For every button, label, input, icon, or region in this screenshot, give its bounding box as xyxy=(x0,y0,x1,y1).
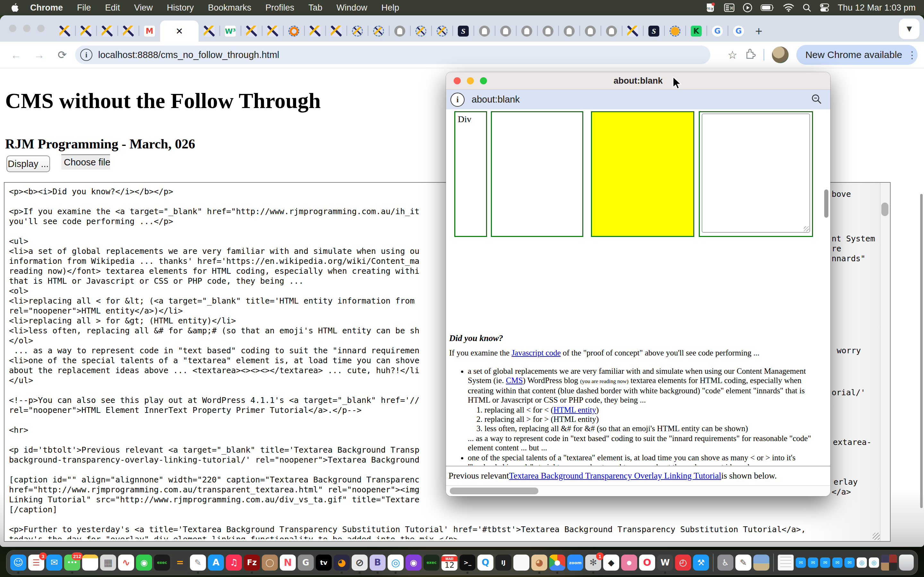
tab-s[interactable]: S xyxy=(643,21,664,42)
tab-tooth[interactable] xyxy=(580,21,601,42)
menu-window[interactable]: Window xyxy=(330,3,375,13)
dock-inkscape-icon[interactable]: ◆ xyxy=(603,554,619,571)
dock-intellij-icon[interactable]: IJ xyxy=(495,554,511,571)
menu-view[interactable]: View xyxy=(127,3,160,13)
tab-rjm[interactable] xyxy=(75,21,97,42)
window-controls[interactable] xyxy=(9,25,45,32)
javascript-code-link[interactable]: Javascript code xyxy=(511,348,561,357)
menu-bar-clock[interactable]: Thu 12 Mar 1:03 pm xyxy=(838,3,916,13)
dock-music-icon[interactable]: ♫ xyxy=(226,554,242,571)
proof-textarea[interactable] xyxy=(702,113,810,233)
dock-zoom-icon[interactable]: zoom xyxy=(567,554,583,571)
dock-facetime-icon[interactable]: ◉ xyxy=(136,554,152,571)
dock-calendar-icon[interactable]: MAR12 xyxy=(441,554,457,571)
dock-screen-sharing-icon[interactable]: ⊘ xyxy=(352,554,368,571)
bookmark-star-icon[interactable]: ☆ xyxy=(728,48,737,61)
dock-grapher-icon[interactable]: ∿ xyxy=(118,554,134,571)
dock-minimized-mail-2-icon[interactable]: ✉ xyxy=(808,558,818,568)
tab-tooth[interactable] xyxy=(495,21,516,42)
dock-art-palette-icon[interactable]: ◕ xyxy=(531,554,548,571)
more-menu-icon[interactable]: ⋮ xyxy=(907,49,914,61)
display-button[interactable]: Display ... xyxy=(6,155,50,172)
tab-kogan[interactable]: K xyxy=(686,21,707,42)
popup-url-bar[interactable]: i about:blank xyxy=(446,90,830,109)
tab-gmail[interactable]: M xyxy=(139,21,160,42)
tab-rjm[interactable] xyxy=(262,21,283,42)
dock-minimized-window-icon[interactable] xyxy=(778,554,794,571)
back-button[interactable]: ← xyxy=(9,49,23,61)
textarea-scrollbar-thumb[interactable] xyxy=(881,203,888,216)
menu-edit[interactable]: Edit xyxy=(98,3,128,13)
menu-file[interactable]: File xyxy=(70,3,98,13)
tab-s[interactable]: S xyxy=(453,21,474,42)
dock-notes-icon[interactable] xyxy=(82,554,98,571)
menu-bookmarks[interactable]: Bookmarks xyxy=(201,3,258,13)
popup-title-bar[interactable]: about:blank xyxy=(446,72,830,90)
dock-safari-icon[interactable]: ◎ xyxy=(388,554,404,571)
tab-tooth[interactable] xyxy=(516,21,537,42)
dock-podcasts-icon[interactable]: ◉ xyxy=(405,554,422,571)
dock-notes-pencil-icon[interactable]: ✎ xyxy=(735,554,751,571)
dock-photos-thumbnail-icon[interactable] xyxy=(753,554,769,571)
tab-tooth[interactable] xyxy=(474,21,495,42)
site-info-icon[interactable]: i xyxy=(80,49,92,61)
close-window-button[interactable] xyxy=(9,25,16,32)
dock-textedit-icon[interactable]: ✎ xyxy=(190,554,206,571)
dock-news-icon[interactable]: N xyxy=(280,554,296,571)
zoom-window-button[interactable] xyxy=(37,25,45,32)
dock-speedometer-icon[interactable]: ◴ xyxy=(675,554,691,571)
dock-minimized-mail-1-icon[interactable]: ✉ xyxy=(796,558,806,568)
menu-help[interactable]: Help xyxy=(375,3,407,13)
tab-active[interactable]: ✕ xyxy=(160,21,199,42)
dock-minimized-safari-1-icon[interactable]: ◎ xyxy=(857,558,867,568)
tab-rjm[interactable] xyxy=(118,21,139,42)
new-tab-button[interactable]: + xyxy=(749,21,768,42)
tab-rjm[interactable] xyxy=(199,21,220,42)
page-scrollbar-thumb[interactable] xyxy=(920,194,923,508)
tab-rjmd[interactable] xyxy=(368,21,389,42)
popup-horizontal-scrollbar[interactable] xyxy=(446,486,830,496)
dock-firefox-icon[interactable]: ◕ xyxy=(334,554,350,571)
tab-tooth[interactable] xyxy=(537,21,559,42)
dock-minimized-mail-4-icon[interactable]: ✉ xyxy=(832,558,843,568)
tab-rjm[interactable] xyxy=(241,21,262,42)
dock-app-store-icon[interactable]: A xyxy=(208,554,224,571)
url-text[interactable]: localhost:8888/cms_no_follow_through.htm… xyxy=(98,50,279,60)
tab-rjm[interactable] xyxy=(97,21,118,42)
spotlight-search-icon[interactable] xyxy=(803,3,811,12)
menu-tab[interactable]: Tab xyxy=(301,3,330,13)
dock-contacts-icon[interactable]: ◯ xyxy=(262,554,278,571)
dock-finder-icon[interactable]: ☺ xyxy=(10,554,26,571)
dock-tv-icon[interactable]: tv xyxy=(316,554,332,571)
input-menu-icon[interactable]: ⌘ xyxy=(724,3,734,12)
dock-minimized-mail-5-icon[interactable]: ✉ xyxy=(845,558,855,568)
dock-settings-icon[interactable]: ✻1 xyxy=(585,554,601,571)
minimize-window-button[interactable] xyxy=(23,25,31,32)
dock-bbedit-icon[interactable]: B xyxy=(370,554,386,571)
control-center-icon[interactable] xyxy=(820,3,829,12)
battery-icon[interactable] xyxy=(761,4,775,11)
dock-opera-icon[interactable]: O xyxy=(639,554,655,571)
tab-google[interactable]: G xyxy=(728,21,749,42)
reload-button[interactable]: ⟳ xyxy=(55,48,69,61)
tab-rjm[interactable] xyxy=(622,21,643,42)
update-chrome-button[interactable]: New Chrome available ⋮ xyxy=(796,45,918,65)
dock-minimized-collage-icon[interactable] xyxy=(881,554,897,571)
dock-terminal-exec-icon[interactable]: exec xyxy=(154,554,170,571)
dock-gimp-icon[interactable]: G xyxy=(298,554,314,571)
dock-accessibility-icon[interactable]: ♿ xyxy=(717,554,733,571)
tab-rjmd[interactable] xyxy=(410,21,431,42)
textarea-scrollbar[interactable] xyxy=(880,183,890,541)
dock-blank-document-icon[interactable] xyxy=(513,554,529,571)
address-bar[interactable]: i localhost:8888/cms_no_follow_through.h… xyxy=(75,45,710,64)
tab-rjm[interactable] xyxy=(54,21,75,42)
now-playing-icon[interactable] xyxy=(743,3,752,13)
cms-link[interactable]: CMS xyxy=(506,376,523,385)
dock-wordpress-icon[interactable]: W xyxy=(657,554,673,571)
tab-sbs[interactable] xyxy=(664,21,686,42)
dock-messages-icon[interactable]: •••212 xyxy=(64,554,80,571)
dock-terminal-exec-2-icon[interactable]: exec xyxy=(423,554,439,571)
popup-site-info-icon[interactable]: i xyxy=(451,93,465,107)
dock-filezilla-icon[interactable]: Fz xyxy=(244,554,260,571)
app-status-icon[interactable]: mʞ xyxy=(705,2,716,13)
